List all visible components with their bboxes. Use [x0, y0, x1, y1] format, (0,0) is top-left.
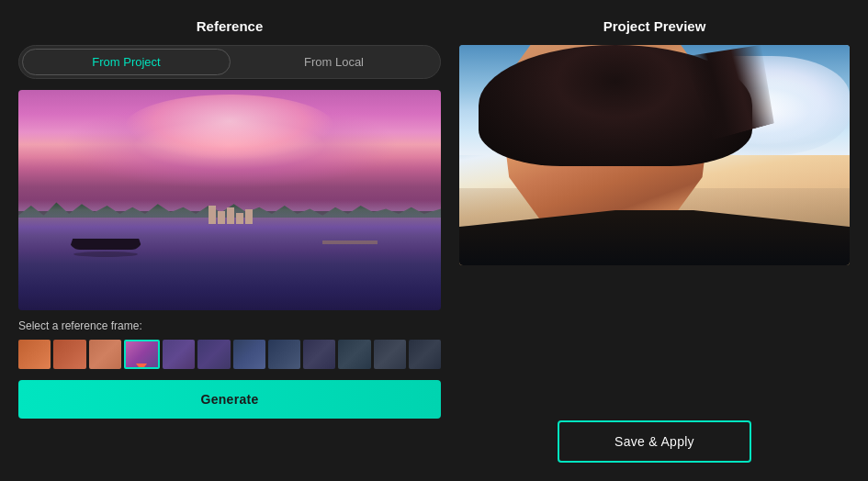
- frame-marker: [136, 364, 147, 369]
- save-apply-button[interactable]: Save & Apply: [558, 420, 751, 463]
- thumb-inner-7: [233, 340, 265, 369]
- buildings: [209, 207, 356, 224]
- filmstrip-thumb-8[interactable]: [268, 340, 300, 369]
- filmstrip-thumb-11[interactable]: [374, 340, 406, 369]
- thumb-inner-1: [18, 340, 51, 369]
- boat-body: [69, 239, 142, 250]
- preview-image-container: [459, 45, 850, 265]
- filmstrip-thumb-5[interactable]: [163, 340, 195, 369]
- thumb-inner-12: [409, 340, 441, 369]
- action-buttons-row: Save & Apply: [459, 420, 850, 463]
- project-preview-panel: Project Preview Save & Apply: [459, 18, 850, 463]
- frame-marker-up: [136, 340, 147, 341]
- reference-panel: Reference From Project From Local: [18, 18, 441, 463]
- filmstrip-thumb-3[interactable]: [89, 340, 121, 369]
- filmstrip-thumb-4[interactable]: [124, 340, 160, 369]
- building: [245, 209, 253, 224]
- building: [218, 211, 225, 224]
- building: [236, 213, 243, 224]
- building: [227, 207, 234, 224]
- building: [209, 206, 216, 224]
- thumb-inner-8: [268, 340, 300, 369]
- cloud-bright: [124, 95, 335, 161]
- reference-title: Reference: [18, 18, 441, 34]
- thumb-inner-11: [374, 340, 406, 369]
- thumb-inner-9: [303, 340, 335, 369]
- portrait-scene: [459, 45, 850, 265]
- dock-area: [322, 240, 378, 244]
- reference-image-container: [18, 90, 441, 310]
- filmstrip: [18, 340, 441, 369]
- filmstrip-thumb-9[interactable]: [303, 340, 335, 369]
- boat: [69, 239, 142, 255]
- water-layer: [18, 218, 441, 310]
- tab-from-project[interactable]: From Project: [22, 49, 231, 75]
- thumb-inner-6: [197, 340, 230, 369]
- tab-from-local[interactable]: From Local: [231, 49, 437, 75]
- thumb-inner-10: [338, 340, 370, 369]
- generate-button[interactable]: Generate: [18, 380, 441, 419]
- filmstrip-thumb-6[interactable]: [197, 340, 230, 369]
- thumb-inner-2: [53, 340, 85, 369]
- project-preview-title: Project Preview: [459, 18, 850, 34]
- boat-reflection: [73, 252, 138, 257]
- filmstrip-thumb-7[interactable]: [233, 340, 265, 369]
- filmstrip-thumb-10[interactable]: [338, 340, 370, 369]
- thumb-inner-5: [163, 340, 195, 369]
- thumb-inner-3: [89, 340, 121, 369]
- select-frame-label: Select a reference frame:: [18, 319, 441, 332]
- lake-scene-image: [18, 90, 441, 310]
- filmstrip-thumb-1[interactable]: [18, 340, 51, 369]
- filmstrip-thumb-2[interactable]: [53, 340, 85, 369]
- filmstrip-thumb-12[interactable]: [409, 340, 441, 369]
- tab-switcher: From Project From Local: [18, 45, 441, 79]
